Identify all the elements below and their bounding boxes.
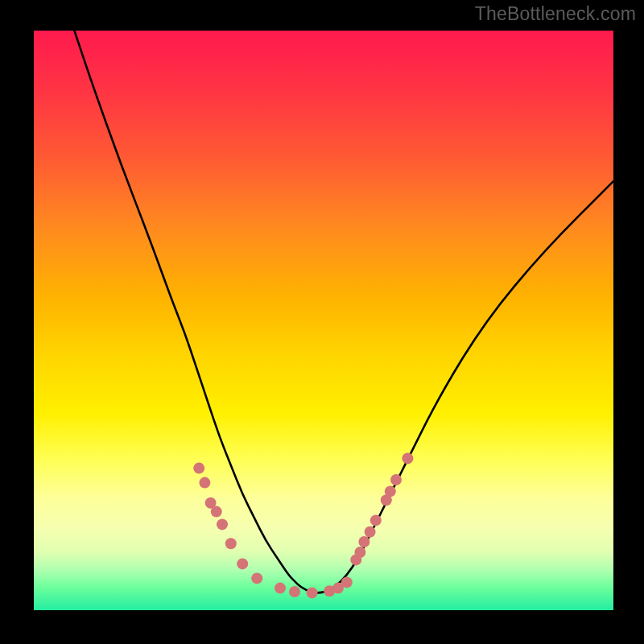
data-marker — [358, 536, 369, 547]
data-marker — [237, 558, 248, 569]
data-marker — [289, 586, 300, 597]
data-marker — [193, 463, 204, 474]
data-marker — [385, 485, 396, 497]
data-marker — [341, 576, 353, 588]
data-marker — [307, 587, 318, 598]
plot-area — [34, 31, 613, 610]
data-marker — [225, 538, 237, 549]
stage: TheBottleneck.com — [0, 0, 644, 644]
data-marker — [211, 506, 222, 518]
data-marker — [251, 572, 262, 584]
data-marker — [402, 452, 413, 464]
data-marker — [390, 474, 402, 485]
data-marker — [370, 514, 382, 526]
chart-svg — [34, 31, 613, 610]
data-markers — [193, 452, 413, 598]
bottleneck-curve — [74, 31, 613, 592]
data-marker — [199, 477, 210, 489]
data-marker — [275, 583, 286, 594]
data-marker — [217, 518, 228, 530]
data-marker — [365, 526, 376, 538]
data-marker — [354, 547, 365, 558]
watermark-text: TheBottleneck.com — [475, 3, 636, 25]
